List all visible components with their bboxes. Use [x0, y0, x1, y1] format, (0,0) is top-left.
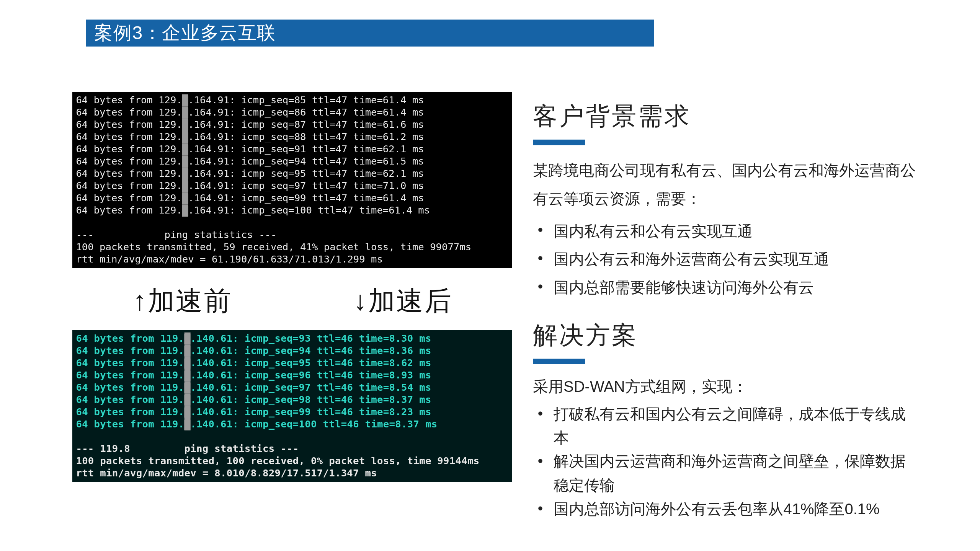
section2-title: 解决方案	[533, 312, 919, 357]
section1-title: 客户背景需求	[533, 93, 919, 138]
right-column: 客户背景需求 某跨境电商公司现有私有云、国内公有云和海外运营商公有云等项云资源，…	[533, 93, 919, 531]
section2-underline	[533, 359, 585, 364]
slide: 案例3：企业多云互联 64 bytes from 129.▇.164.91: i…	[49, 20, 931, 551]
terminal-after: 64 bytes from 119.▇.140.61: icmp_seq=93 …	[72, 330, 512, 482]
slide-title: 案例3：企业多云互联	[86, 20, 654, 46]
section2-bullets: 打破私有云和国内公有云之间障碍，成本低于专线成本解决国内云运营商和海外运营商之间…	[533, 402, 919, 521]
section1-bullets: 国内私有云和公有云实现互通国内公有云和海外运营商公有云实现互通国内总部需要能够快…	[533, 217, 919, 302]
section1-paragraph: 某跨境电商公司现有私有云、国内公有云和海外运营商公有云等项云资源，需要：	[533, 156, 919, 213]
section1-underline	[533, 140, 585, 145]
section2-paragraph: 采用SD-WAN方式组网，实现：	[533, 375, 919, 398]
list-item: 国内总部访问海外公有云丢包率从41%降至0.1%	[533, 497, 919, 521]
list-item: 打破私有云和国内公有云之间障碍，成本低于专线成本	[533, 402, 919, 450]
terminal-before: 64 bytes from 129.▇.164.91: icmp_seq=85 …	[72, 92, 512, 268]
caption-after: ↓加速后	[353, 283, 452, 319]
caption-before: ↑加速前	[133, 283, 232, 319]
list-item: 国内私有云和公有云实现互通	[533, 217, 919, 245]
caption-row: ↑加速前 ↓加速后	[72, 283, 513, 319]
list-item: 解决国内云运营商和海外运营商之间壁垒，保障数据稳定传输	[533, 450, 919, 497]
left-column: 64 bytes from 129.▇.164.91: icmp_seq=85 …	[72, 92, 513, 482]
list-item: 国内总部需要能够快速访问海外公有云	[533, 273, 919, 302]
list-item: 国内公有云和海外运营商公有云实现互通	[533, 245, 919, 273]
